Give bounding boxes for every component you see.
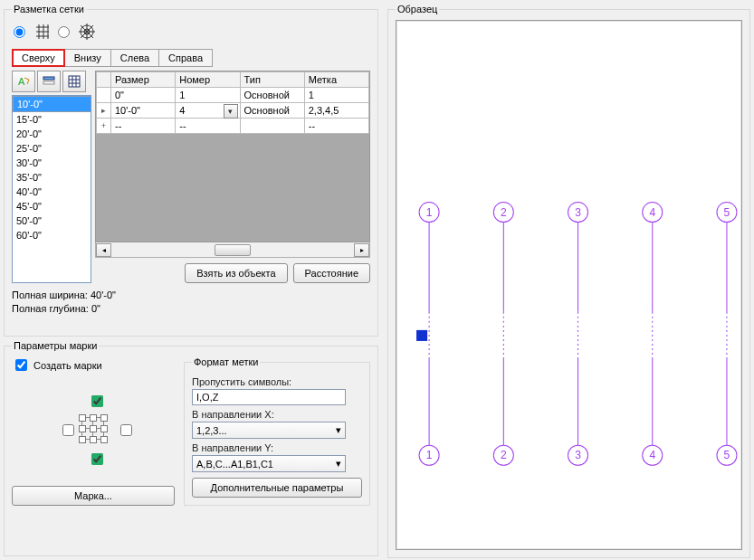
side-tabs: Сверху Внизу Слева Справа xyxy=(12,49,370,67)
marks-cb-right[interactable] xyxy=(120,424,132,436)
dir-y-select[interactable]: A,B,C...A1,B1,C1▾ xyxy=(192,455,346,472)
chevron-down-icon: ▾ xyxy=(336,458,341,470)
size-item[interactable]: 40'-0" xyxy=(13,185,91,199)
size-item[interactable]: 50'-0" xyxy=(13,214,91,228)
svg-text:5: 5 xyxy=(724,449,730,461)
extra-params-button[interactable]: Дополнительные параметры xyxy=(192,478,362,498)
table-row[interactable]: 0" 1 Основной 1 xyxy=(97,88,369,103)
number-input[interactable] xyxy=(179,105,221,116)
tool-row-icon[interactable] xyxy=(37,71,61,92)
svg-rect-13 xyxy=(416,330,427,341)
preview-group: Образец 1 1 2 xyxy=(387,4,750,558)
full-depth-label: Полная глубина: 0" xyxy=(12,302,370,316)
dir-x-label: В направлении X: xyxy=(192,409,362,420)
tool-table-icon[interactable] xyxy=(62,71,86,92)
format-legend: Формат метки xyxy=(192,356,260,367)
size-list[interactable]: 10'-0" 15'-0" 20'-0" 25'-0" 30'-0" 35'-0… xyxy=(12,95,91,283)
svg-text:3: 3 xyxy=(575,206,581,219)
size-item[interactable]: 30'-0" xyxy=(13,156,91,170)
size-item[interactable]: 10'-0" xyxy=(13,96,91,112)
info-text: Полная ширина: 40'-0" Полная глубина: 0" xyxy=(12,289,370,316)
number-cell-editing[interactable] xyxy=(176,103,240,119)
grid-rect-icon xyxy=(33,22,52,42)
svg-text:1: 1 xyxy=(426,449,433,461)
tab-right[interactable]: Справа xyxy=(158,49,213,67)
table-row[interactable]: ▸ 10'-0" Основной 2,3,4,5 xyxy=(97,103,369,119)
grid-table[interactable]: Размер Номер Тип Метка 0" 1 Основной 1 xyxy=(95,71,370,242)
marks-cb-left[interactable] xyxy=(62,424,74,436)
marks-diagram xyxy=(12,374,175,482)
marks-group: Параметры марки Создать марки xyxy=(4,340,378,556)
scroll-thumb[interactable] xyxy=(215,244,251,256)
tool-icons-row: A xyxy=(12,71,91,92)
size-item[interactable]: 60'-0" xyxy=(13,228,91,242)
svg-text:2: 2 xyxy=(501,206,507,219)
col-type[interactable]: Тип xyxy=(240,72,304,88)
chevron-down-icon: ▾ xyxy=(336,424,341,436)
table-hscroll[interactable]: ◂ ▸ xyxy=(95,242,370,258)
create-marks-label: Создать марки xyxy=(33,360,102,371)
svg-text:4: 4 xyxy=(649,206,655,219)
svg-text:A: A xyxy=(18,76,25,87)
scroll-right-icon[interactable]: ▸ xyxy=(354,243,369,257)
grid-radial-icon xyxy=(77,22,97,42)
svg-text:4: 4 xyxy=(649,449,655,461)
svg-text:3: 3 xyxy=(575,449,581,461)
marks-cb-top[interactable] xyxy=(91,395,103,407)
dir-x-select[interactable]: 1,2,3...▾ xyxy=(192,422,346,439)
create-marks-checkbox[interactable] xyxy=(15,359,27,371)
grid-type-rect-radio[interactable] xyxy=(14,26,25,38)
col-size[interactable]: Размер xyxy=(111,72,176,88)
tool-text-icon[interactable]: A xyxy=(12,71,35,92)
svg-text:2: 2 xyxy=(501,449,507,461)
size-item[interactable]: 45'-0" xyxy=(13,199,91,214)
tab-top[interactable]: Сверху xyxy=(12,49,65,67)
svg-rect-5 xyxy=(69,76,80,87)
marks-cb-bottom[interactable] xyxy=(91,453,103,465)
preview-svg: 1 1 2 2 3 xyxy=(396,21,741,549)
grid-markup-legend: Разметка сетки xyxy=(12,4,86,14)
skip-input[interactable] xyxy=(192,389,346,405)
dir-y-label: В направлении Y: xyxy=(192,442,362,453)
tab-left[interactable]: Слева xyxy=(110,49,159,67)
distance-button[interactable]: Расстояние xyxy=(293,263,370,283)
col-label[interactable]: Метка xyxy=(304,72,368,88)
size-item[interactable]: 35'-0" xyxy=(13,170,91,185)
from-object-button[interactable]: Взять из объекта xyxy=(185,263,287,283)
full-width-label: Полная ширина: 40'-0" xyxy=(12,289,370,302)
skip-label: Пропустить символы: xyxy=(192,376,362,387)
preview-area: 1 1 2 2 3 xyxy=(396,20,742,550)
grid-type-radios xyxy=(12,20,370,43)
svg-text:1: 1 xyxy=(426,206,433,219)
size-item[interactable]: 25'-0" xyxy=(13,141,91,156)
size-item[interactable]: 20'-0" xyxy=(13,127,91,141)
grid-markup-group: Разметка сетки Сверху Внизу Слева Справа xyxy=(4,4,378,337)
format-group: Формат метки Пропустить символы: В напра… xyxy=(184,356,370,506)
table-row[interactable]: + -- -- -- xyxy=(97,119,369,134)
marks-legend: Параметры марки xyxy=(12,340,99,351)
svg-rect-4 xyxy=(43,81,54,84)
mark-button[interactable]: Марка... xyxy=(12,486,175,506)
svg-text:5: 5 xyxy=(724,206,730,219)
grid-type-radial-radio[interactable] xyxy=(58,26,70,38)
scroll-left-icon[interactable]: ◂ xyxy=(96,243,111,257)
col-number[interactable]: Номер xyxy=(176,72,240,88)
svg-rect-3 xyxy=(43,77,54,80)
preview-legend: Образец xyxy=(396,4,439,14)
size-item[interactable]: 15'-0" xyxy=(13,112,91,127)
tab-bottom[interactable]: Внизу xyxy=(64,49,111,67)
